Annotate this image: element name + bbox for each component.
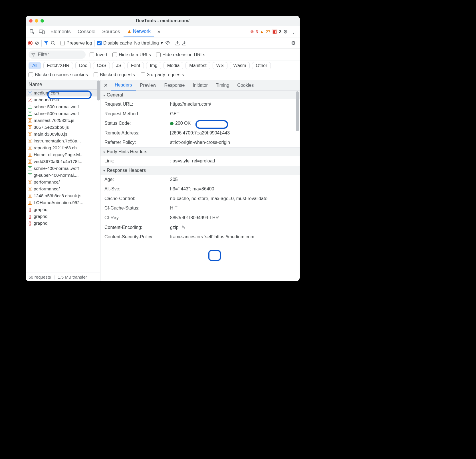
filter-chip-js[interactable]: JS <box>112 62 125 69</box>
network-settings-icon[interactable]: ⚙ <box>289 40 297 46</box>
filter-chip-font[interactable]: Font <box>127 62 144 69</box>
request-row[interactable]: ⟨⟩3057.5e22bbb0.js <box>26 124 100 131</box>
import-har-icon[interactable] <box>182 41 187 45</box>
record-button[interactable] <box>28 41 33 45</box>
request-row[interactable]: ⟨⟩LOHomeAnimation.952... <box>26 199 100 206</box>
preserve-log-checkbox[interactable]: Preserve log <box>60 41 92 46</box>
request-row[interactable]: ⟨⟩performance/ <box>26 186 100 192</box>
settings-gear-icon[interactable]: ⚙ <box>281 29 289 35</box>
panel-tab-sources[interactable]: Sources <box>99 26 123 37</box>
filter-toggle-icon[interactable] <box>44 41 49 45</box>
panel-tab-network[interactable]: ▲Network <box>124 26 154 37</box>
section-header-response[interactable]: Response Headers <box>100 166 300 175</box>
filter-input[interactable]: Filter <box>29 51 86 59</box>
section-header-early-hints[interactable]: Early Hints Headers <box>100 148 300 156</box>
scrollbar[interactable] <box>97 80 100 100</box>
header-row: Request URL:https://medium.com/ <box>100 99 300 109</box>
header-row: Status Code:200 OK <box>100 118 300 128</box>
header-value: h3=":443"; ma=86400 <box>170 185 296 193</box>
filter-chip-img[interactable]: Img <box>146 62 161 69</box>
clear-button[interactable]: ⊘ <box>35 40 39 46</box>
console-counts[interactable]: ⊗3 ▲27 ◧3 <box>250 29 281 34</box>
filter-chip-all[interactable]: All <box>29 62 41 69</box>
request-row[interactable]: Tsohne-500-normal.woff <box>26 103 100 110</box>
filter-chip-other[interactable]: Other <box>252 62 271 69</box>
header-value: GET <box>170 110 296 118</box>
filter-check-invert[interactable]: Invert <box>90 52 107 57</box>
export-har-icon[interactable] <box>175 41 180 45</box>
request-row[interactable]: Tsohne-500-normal.woff <box>26 110 100 117</box>
device-toggle-icon[interactable] <box>37 27 47 36</box>
request-name: instrumentation.7c58a... <box>34 138 81 144</box>
svg-line-4 <box>54 44 55 45</box>
network-conditions-icon[interactable] <box>165 41 170 45</box>
extra-check-3rd-party-requests[interactable]: 3rd-party requests <box>141 72 184 77</box>
issue-count-icon: ◧ <box>272 29 277 34</box>
section-header-general[interactable]: General <box>100 91 300 99</box>
window-title: DevTools - medium.com/ <box>26 18 300 23</box>
detail-tab-preview[interactable]: Preview <box>136 80 160 90</box>
request-row[interactable]: ⟨⟩instrumentation.7c58a... <box>26 138 100 144</box>
request-row[interactable]: {}graphql <box>26 213 100 220</box>
section-response-headers: Response Headers Age:205Alt-Svc:h3=":443… <box>100 166 300 242</box>
request-row[interactable]: ⟨⟩HomeLoLegacyPage.M... <box>26 151 100 158</box>
detail-tab-initiator[interactable]: Initiator <box>189 80 211 90</box>
js-icon: ⟨⟩ <box>28 180 32 184</box>
panel-tab-console[interactable]: Console <box>74 26 99 37</box>
filter-chip-css[interactable]: CSS <box>93 62 110 69</box>
header-key: Referrer Policy: <box>104 139 170 146</box>
request-row[interactable]: ⟨⟩performance/ <box>26 179 100 186</box>
search-icon[interactable] <box>51 41 55 45</box>
extra-check-blocked-response-cookies[interactable]: Blocked response cookies <box>29 72 88 77</box>
header-row: Cf-Ray:8853ef01f8094999-LHR <box>100 213 300 223</box>
inspect-element-icon[interactable] <box>27 27 37 36</box>
detail-tab-timing[interactable]: Timing <box>212 80 233 90</box>
request-name: unbound.css <box>34 97 59 102</box>
filter-chip-fetchxhr[interactable]: Fetch/XHR <box>43 62 73 69</box>
filter-chip-wasm[interactable]: Wasm <box>230 62 250 69</box>
request-name: HomeLoLegacyPage.M... <box>34 152 84 157</box>
request-row[interactable]: ⟨⟩manifest.762583fc.js <box>26 117 100 124</box>
panel-tab-elements[interactable]: Elements <box>47 26 74 37</box>
filter-chip-ws[interactable]: WS <box>213 62 227 69</box>
filter-chip-media[interactable]: Media <box>164 62 183 69</box>
request-row[interactable]: {}graphql <box>26 206 100 213</box>
disable-cache-checkbox[interactable]: Disable cache <box>97 41 132 46</box>
request-name: reporting.2021fe63.ch... <box>34 145 80 150</box>
request-row[interactable]: Tgt-super-400-normal.... <box>26 172 100 179</box>
request-row[interactable]: ↗unbound.css <box>26 96 100 103</box>
detail-tabstrip: ✕ HeadersPreviewResponseInitiatorTimingC… <box>100 80 300 91</box>
edit-header-icon[interactable]: ✎ <box>181 225 185 230</box>
detail-tab-cookies[interactable]: Cookies <box>233 80 258 90</box>
kebab-menu-icon[interactable]: ⋮ <box>289 29 298 35</box>
request-row[interactable]: ≡medium.com <box>26 90 100 96</box>
close-detail-icon[interactable]: ✕ <box>100 82 111 88</box>
request-row[interactable]: ⟨⟩vedd3670a3b1c4e178f... <box>26 158 100 165</box>
request-row[interactable]: ⟨⟩1248.a53b8cc8.chunk.js <box>26 192 100 199</box>
request-name: sohne-400-normal.woff <box>34 166 79 171</box>
request-list[interactable]: ≡medium.com↗unbound.cssTsohne-500-normal… <box>26 90 100 273</box>
header-key: Request Method: <box>104 110 170 118</box>
request-name: graphql <box>34 214 49 219</box>
request-row[interactable]: ⟨⟩reporting.2021fe63.ch... <box>26 144 100 151</box>
filter-chip-doc[interactable]: Doc <box>75 62 91 69</box>
request-row[interactable]: {}graphql <box>26 220 100 227</box>
extra-check-blocked-requests[interactable]: Blocked requests <box>94 72 135 77</box>
filter-check-hide-extension-urls[interactable]: Hide extension URLs <box>156 52 205 57</box>
request-name: graphql <box>34 221 49 226</box>
more-panels-icon[interactable]: » <box>154 27 164 36</box>
request-row[interactable]: Tsohne-400-normal.woff <box>26 165 100 172</box>
js-icon: ⟨⟩ <box>28 132 32 136</box>
panel-tabstrip: ElementsConsoleSources▲Network » ⊗3 ▲27 … <box>26 26 300 37</box>
js-icon: ⟨⟩ <box>28 187 32 191</box>
detail-tab-response[interactable]: Response <box>160 80 189 90</box>
request-row[interactable]: ⟨⟩main.d3069f80.js <box>26 131 100 138</box>
filter-check-hide-data-urls[interactable]: Hide data URLs <box>112 52 151 57</box>
chevron-down-icon: ▾ <box>161 40 163 46</box>
detail-tab-headers[interactable]: Headers <box>111 80 136 90</box>
column-header-name[interactable]: Name <box>26 80 100 90</box>
filter-chip-manifest[interactable]: Manifest <box>185 62 210 69</box>
scrollbar[interactable] <box>296 91 299 131</box>
throttling-select[interactable]: No throttling▾ <box>134 40 163 46</box>
devtools-window: DevTools - medium.com/ ElementsConsoleSo… <box>26 16 300 281</box>
